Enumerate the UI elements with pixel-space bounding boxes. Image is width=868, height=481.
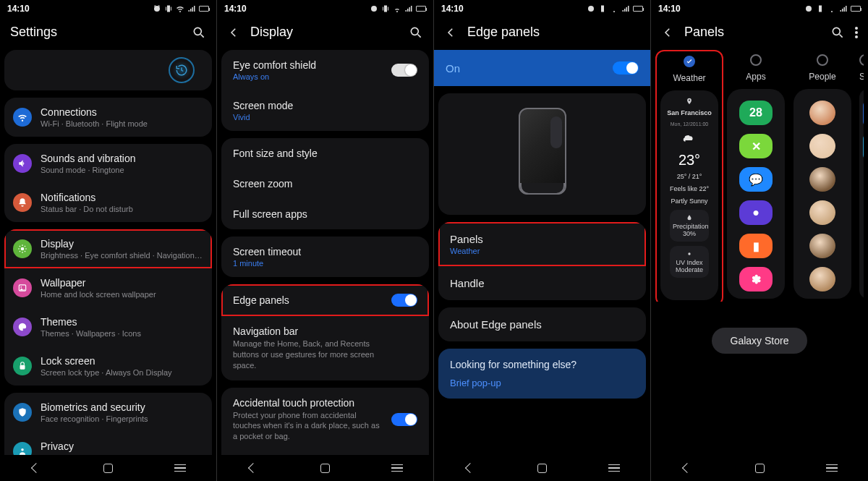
back-button[interactable] [444, 26, 457, 39]
group-timeout: Screen timeout1 minute [221, 237, 429, 277]
search-button[interactable] [192, 25, 206, 40]
row-nav-bar[interactable]: Navigation barManage the Home, Back, and… [221, 316, 429, 380]
wifi-icon [610, 4, 618, 13]
edge-panels-switch[interactable] [391, 294, 417, 307]
sun-small-icon [686, 250, 693, 257]
page-title: Panels [684, 25, 820, 40]
image-icon [13, 278, 32, 297]
svg-line-10 [25, 246, 25, 247]
brief-popup-link[interactable]: Brief pop-up [450, 378, 634, 388]
nav-recents[interactable] [592, 464, 636, 472]
chevron-left-icon [227, 26, 240, 39]
row-about[interactable]: About Edge panels [438, 307, 646, 341]
group-panels: Panels Weather Handle [438, 222, 646, 300]
wifi-icon [827, 4, 836, 13]
more-button[interactable] [855, 26, 858, 39]
row-sounds[interactable]: Sounds and vibration Sound mode · Ringto… [4, 144, 212, 183]
nav-back[interactable] [231, 464, 275, 472]
panel-smart-partial[interactable]: Smart s [859, 54, 864, 302]
row-accidental[interactable]: Accidental touch protectionProtect your … [221, 388, 429, 452]
nav-home[interactable] [520, 464, 563, 473]
smart-radio[interactable] [859, 54, 864, 66]
alarm-icon [153, 4, 161, 13]
row-privacy[interactable]: Privacy Permission manager [4, 432, 212, 455]
status-time: 14:10 [7, 4, 30, 14]
looking-title: Looking for something else? [450, 359, 634, 370]
group-sounds: Sounds and vibration Sound mode · Ringto… [4, 144, 212, 222]
row-display[interactable]: Display Brightness · Eye comfort shield … [4, 229, 212, 268]
search-button[interactable] [830, 25, 845, 40]
history-button[interactable] [169, 57, 195, 83]
screen-edge-panels: 14:10 Edge panels On Panels Weather [434, 0, 651, 481]
nav-home[interactable] [303, 464, 346, 473]
apps-radio[interactable] [750, 54, 762, 66]
panel-weather[interactable]: Weather San Francisco Mon, 12/2011:00 23… [660, 54, 719, 302]
nav-home[interactable] [738, 464, 781, 473]
battery-icon [633, 6, 643, 12]
group-size: Font size and style Screen zoom Full scr… [221, 138, 429, 229]
row-lockscreen[interactable]: Lock screen Screen lock type · Always On… [4, 346, 212, 386]
svg-rect-13 [20, 365, 25, 370]
row-full-screen[interactable]: Full screen apps [221, 199, 429, 229]
accidental-switch[interactable] [391, 413, 417, 426]
back-button[interactable] [227, 26, 240, 39]
panel-apps[interactable]: Apps 28✕💬●▮✽ [726, 54, 786, 302]
search-icon [192, 25, 206, 40]
row-panels[interactable]: Panels Weather [438, 222, 646, 266]
battery-icon [416, 6, 426, 12]
wifi-icon [176, 4, 184, 13]
master-switch[interactable] [613, 61, 639, 75]
svg-point-20 [688, 252, 690, 255]
nav-back[interactable] [448, 464, 492, 472]
nav-back[interactable] [665, 464, 709, 472]
row-screen-timeout[interactable]: Screen timeout1 minute [221, 237, 429, 277]
edge-panels-body[interactable]: On Panels Weather Handle About Edge pane… [434, 50, 650, 455]
panels-scroll[interactable]: Weather San Francisco Mon, 12/2011:00 23… [655, 50, 864, 302]
eye-comfort-switch[interactable] [391, 64, 417, 77]
row-font-size[interactable]: Font size and style [221, 138, 429, 169]
display-list[interactable]: Eye comfort shieldAlways on Screen modeV… [217, 50, 433, 455]
history-card[interactable] [4, 50, 212, 90]
bell-icon [13, 193, 32, 212]
row-screen-mode[interactable]: Screen modeVivid [221, 90, 429, 131]
navbar [434, 455, 650, 481]
settings-list[interactable]: Connections Wi-Fi · Bluetooth · Flight m… [0, 50, 216, 455]
smart-icon-1 [863, 101, 864, 127]
nav-home[interactable] [86, 464, 129, 473]
alarm-icon [804, 4, 813, 13]
on-banner[interactable]: On [434, 50, 650, 86]
alarm-icon [587, 4, 595, 13]
people-radio[interactable] [817, 54, 828, 66]
panels-body[interactable]: Weather San Francisco Mon, 12/2011:00 23… [651, 50, 868, 455]
panel-people[interactable]: People [793, 54, 852, 302]
group-display: Display Brightness · Eye comfort shield … [4, 229, 212, 386]
nav-recents[interactable] [158, 464, 202, 472]
row-notifications[interactable]: Notifications Status bar · Do not distur… [4, 183, 212, 222]
chevron-left-icon [444, 26, 457, 39]
row-eye-comfort[interactable]: Eye comfort shieldAlways on [221, 50, 429, 90]
row-wallpaper[interactable]: Wallpaper Home and lock screen wallpaper [4, 268, 212, 307]
back-button[interactable] [661, 26, 674, 39]
nav-recents[interactable] [375, 464, 419, 472]
palette-icon [13, 318, 32, 336]
vibrate-icon [164, 4, 173, 13]
row-handle[interactable]: Handle [438, 266, 646, 300]
wifi-icon [393, 4, 401, 13]
header: Edge panels [434, 17, 650, 50]
row-screen-zoom[interactable]: Screen zoom [221, 169, 429, 199]
row-themes[interactable]: Themes Themes · Wallpapers · Icons [4, 307, 212, 346]
row-connections[interactable]: Connections Wi-Fi · Bluetooth · Flight m… [4, 98, 212, 137]
nav-back[interactable] [14, 464, 58, 472]
looking-card: Looking for something else? Brief pop-up [438, 349, 646, 399]
row-edge-panels[interactable]: Edge panels [221, 284, 429, 316]
row-biometrics[interactable]: Biometrics and security Face recognition… [4, 393, 212, 432]
status-bar: 14:10 [434, 0, 650, 17]
nav-recents[interactable] [810, 464, 854, 472]
search-button[interactable] [409, 25, 423, 40]
precip-tile: Precipitation 30% [670, 210, 709, 242]
galaxy-store-button[interactable]: Galaxy Store [712, 328, 808, 354]
svg-point-15 [411, 27, 418, 35]
svg-point-12 [20, 286, 22, 288]
device-preview [519, 108, 566, 195]
weather-radio[interactable] [684, 56, 695, 67]
